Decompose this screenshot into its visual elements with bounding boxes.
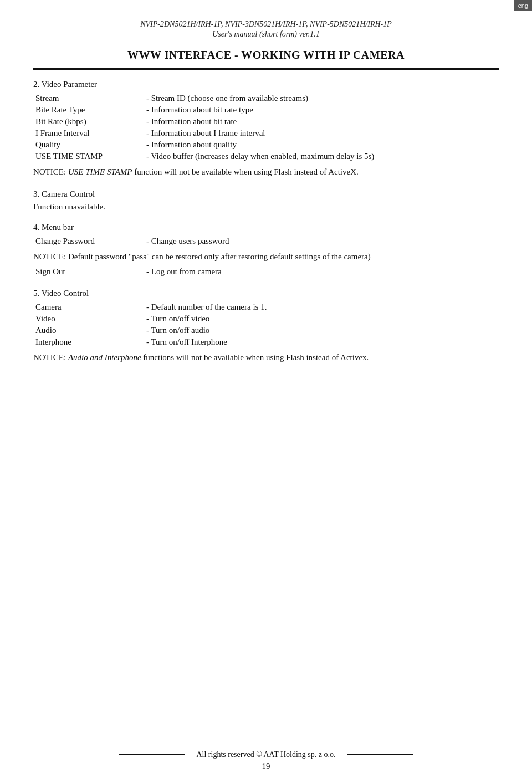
param-label-audio: Audio bbox=[33, 325, 144, 336]
section-video-control-title: 5. Video Control bbox=[33, 289, 499, 298]
video-parameter-notice: NOTICE: USE TIME STAMP function will not… bbox=[33, 166, 499, 178]
header: NVIP-2DN5021H/IRH-1P, NVIP-3DN5021H/IRH-… bbox=[33, 20, 499, 39]
param-label-quality: Quality bbox=[33, 139, 144, 151]
table-row: Bite Rate Type - Information about bit r… bbox=[33, 104, 499, 116]
menu-bar-notice: NOTICE: Default password "pass" can be r… bbox=[33, 250, 499, 263]
menu-bar-table-2: Sign Out - Log out from camera bbox=[33, 266, 499, 278]
notice-italic: USE TIME STAMP bbox=[68, 167, 132, 176]
param-label-change-password: Change Password bbox=[33, 235, 144, 247]
table-row: Interphone - Turn on/off Interphone bbox=[33, 336, 499, 348]
param-desc-audio: - Turn on/off audio bbox=[144, 325, 499, 336]
footer-line-right bbox=[347, 754, 413, 755]
param-label-camera: Camera bbox=[33, 301, 144, 313]
table-row: Quality - Information about quality bbox=[33, 139, 499, 151]
param-desc-use-time-stamp: - Video buffer (increases delay when ena… bbox=[144, 151, 499, 162]
video-control-table: Camera - Default number of the camera is… bbox=[33, 301, 499, 348]
footer-text: All rights reserved © AAT Holding sp. z … bbox=[196, 750, 335, 759]
footer-line-left bbox=[119, 754, 185, 755]
param-label-stream: Stream bbox=[33, 93, 144, 104]
table-row: Video - Turn on/off video bbox=[33, 313, 499, 325]
section-camera-control: 3. Camera Control Function unavailable. bbox=[33, 189, 499, 212]
param-label-bit-rate: Bit Rate (kbps) bbox=[33, 116, 144, 127]
video-control-notice: NOTICE: Audio and Interphone functions w… bbox=[33, 351, 499, 364]
table-row: Sign Out - Log out from camera bbox=[33, 266, 499, 278]
param-desc-camera: - Default number of the camera is 1. bbox=[144, 301, 499, 313]
section-camera-control-title: 3. Camera Control bbox=[33, 189, 499, 199]
section-menu-bar-title: 4. Menu bar bbox=[33, 223, 499, 232]
divider bbox=[33, 68, 499, 70]
notice-prefix: NOTICE: Audio and Interphone functions w… bbox=[33, 353, 369, 362]
table-row: Stream - Stream ID (choose one from avai… bbox=[33, 93, 499, 104]
table-row: Camera - Default number of the camera is… bbox=[33, 301, 499, 313]
param-label-video: Video bbox=[33, 313, 144, 325]
param-desc-bite-rate-type: - Information about bit rate type bbox=[144, 104, 499, 116]
param-label-interphone: Interphone bbox=[33, 336, 144, 348]
page: NVIP-2DN5021H/IRH-1P, NVIP-3DN5021H/IRH-… bbox=[0, 0, 532, 779]
menu-bar-table: Change Password - Change users password bbox=[33, 235, 499, 247]
param-desc-sign-out: - Log out from camera bbox=[144, 266, 499, 278]
header-subtitle: User's manual (short form) ver.1.1 bbox=[33, 30, 499, 39]
table-row: I Frame Interval - Information about I f… bbox=[33, 127, 499, 139]
param-desc-quality: - Information about quality bbox=[144, 139, 499, 151]
function-unavailable-text: Function unavailable. bbox=[33, 202, 499, 212]
notice-text: NOTICE: Default password "pass" can be r… bbox=[33, 252, 371, 261]
main-heading: WWW INTERFACE - WORKING WITH IP CAMERA bbox=[33, 49, 499, 62]
footer: All rights reserved © AAT Holding sp. z … bbox=[0, 750, 532, 759]
param-desc-video: - Turn on/off video bbox=[144, 313, 499, 325]
notice-label: NOTICE: USE TIME STAMP function will not… bbox=[33, 167, 359, 176]
param-label-bite-rate-type: Bite Rate Type bbox=[33, 104, 144, 116]
param-label-sign-out: Sign Out bbox=[33, 266, 144, 278]
section-video-parameter-title: 2. Video Parameter bbox=[33, 80, 499, 89]
notice-italic: Audio and Interphone bbox=[68, 353, 141, 362]
param-desc-i-frame-interval: - Information about I frame interval bbox=[144, 127, 499, 139]
param-desc-stream: - Stream ID (choose one from available s… bbox=[144, 93, 499, 104]
video-parameter-table: Stream - Stream ID (choose one from avai… bbox=[33, 93, 499, 162]
param-desc-bit-rate: - Information about bit rate bbox=[144, 116, 499, 127]
table-row: Change Password - Change users password bbox=[33, 235, 499, 247]
param-label-i-frame-interval: I Frame Interval bbox=[33, 127, 144, 139]
section-video-control: 5. Video Control Camera - Default number… bbox=[33, 289, 499, 364]
eng-badge: eng bbox=[514, 0, 532, 11]
header-title: NVIP-2DN5021H/IRH-1P, NVIP-3DN5021H/IRH-… bbox=[33, 20, 499, 29]
param-label-use-time-stamp: USE TIME STAMP bbox=[33, 151, 144, 162]
table-row: USE TIME STAMP - Video buffer (increases… bbox=[33, 151, 499, 162]
param-desc-interphone: - Turn on/off Interphone bbox=[144, 336, 499, 348]
page-number: 19 bbox=[0, 762, 532, 771]
section-menu-bar: 4. Menu bar Change Password - Change use… bbox=[33, 223, 499, 278]
section-video-parameter: 2. Video Parameter Stream - Stream ID (c… bbox=[33, 80, 499, 178]
table-row: Audio - Turn on/off audio bbox=[33, 325, 499, 336]
param-desc-change-password: - Change users password bbox=[144, 235, 499, 247]
table-row: Bit Rate (kbps) - Information about bit … bbox=[33, 116, 499, 127]
